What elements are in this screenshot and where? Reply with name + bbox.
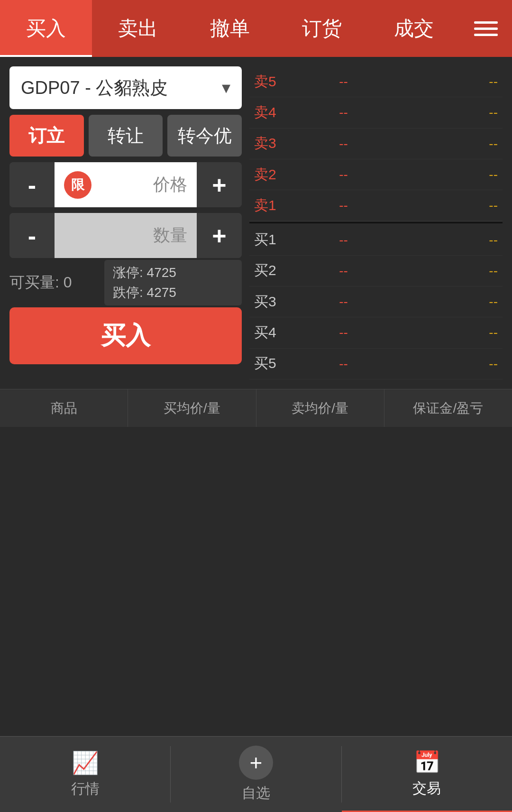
sell5-price: -- — [292, 74, 395, 89]
sell1-label: 卖1 — [254, 196, 292, 215]
buy4-label: 买4 — [254, 323, 292, 342]
price-field[interactable]: 限 价格 — [55, 162, 197, 207]
sell4-qty: -- — [395, 105, 498, 120]
sell5-label: 卖5 — [254, 72, 292, 92]
ding-li-button[interactable]: 订立 — [9, 115, 84, 157]
sell5-qty: -- — [395, 74, 498, 89]
sell4-label: 卖4 — [254, 103, 292, 122]
sell3-qty: -- — [395, 136, 498, 151]
buy1-qty: -- — [395, 232, 498, 248]
sell3-row: 卖3 -- -- — [249, 129, 503, 159]
tab-deal[interactable]: 成交 — [368, 0, 460, 57]
table-header: 商品 买均价/量 卖均价/量 保证金/盈亏 — [0, 389, 512, 427]
buy2-price: -- — [292, 263, 395, 278]
chevron-down-icon: ▾ — [222, 78, 230, 98]
qty-input-row: - 数量 + — [9, 213, 242, 258]
buy-button[interactable]: 买入 — [9, 307, 242, 364]
sell3-label: 卖3 — [254, 134, 292, 153]
sell1-price: -- — [292, 198, 395, 213]
die-ting: 跌停: 4275 — [113, 284, 233, 302]
nav-watchlist[interactable]: + 自选 — [171, 737, 341, 812]
buy4-qty: -- — [395, 325, 498, 340]
menu-button[interactable] — [460, 0, 512, 57]
order-book: 卖5 -- -- 卖4 -- -- 卖3 -- -- 卖2 -- -- 卖1 -… — [249, 66, 503, 379]
buy2-row: 买2 -- -- — [249, 256, 503, 286]
zhuan-rang-button[interactable]: 转让 — [89, 115, 163, 157]
main-area: GDP07 - 公貂熟皮 ▾ 订立 转让 转今优 - 限 价格 — [0, 57, 512, 389]
table-content — [0, 427, 512, 664]
available-qty: 可买量: 0 — [9, 272, 104, 293]
trade-icon: 📅 — [413, 749, 440, 775]
sell4-row: 卖4 -- -- — [249, 97, 503, 128]
header: 买入 卖出 撤单 订货 成交 — [0, 0, 512, 57]
buy5-qty: -- — [395, 356, 498, 371]
qty-field[interactable]: 数量 — [55, 213, 197, 258]
sell2-row: 卖2 -- -- — [249, 159, 503, 190]
buy1-label: 买1 — [254, 230, 292, 249]
buy3-row: 买3 -- -- — [249, 286, 503, 317]
buy5-row: 买5 -- -- — [249, 349, 503, 379]
buy3-label: 买3 — [254, 292, 292, 312]
qty-minus-button[interactable]: - — [9, 213, 55, 258]
limits-box: 涨停: 4725 跌停: 4275 — [104, 260, 242, 305]
info-row: 可买量: 0 涨停: 4725 跌停: 4275 — [9, 264, 242, 302]
symbol-selector[interactable]: GDP07 - 公貂熟皮 ▾ — [9, 66, 242, 109]
buy1-price: -- — [292, 232, 395, 248]
bottom-nav: 📈 行情 + 自选 📅 交易 — [0, 736, 512, 812]
zhang-ting: 涨停: 4725 — [113, 264, 233, 282]
buy3-qty: -- — [395, 294, 498, 309]
tab-cancel[interactable]: 撤单 — [184, 0, 276, 57]
buy2-label: 买2 — [254, 261, 292, 280]
nav-trade[interactable]: 📅 交易 — [342, 737, 512, 812]
buy4-row: 买4 -- -- — [249, 317, 503, 348]
price-label: 价格 — [96, 173, 187, 196]
sell4-price: -- — [292, 105, 395, 120]
qty-plus-button[interactable]: + — [197, 213, 242, 258]
price-plus-button[interactable]: + — [197, 162, 242, 207]
sell2-label: 卖2 — [254, 165, 292, 185]
col-product[interactable]: 商品 — [0, 389, 128, 427]
col-margin[interactable]: 保证金/盈亏 — [384, 389, 512, 427]
market-icon: 📈 — [72, 750, 99, 775]
col-sell-avg[interactable]: 卖均价/量 — [256, 389, 384, 427]
price-input-row: - 限 价格 + — [9, 162, 242, 207]
tab-sell[interactable]: 卖出 — [92, 0, 184, 57]
buy5-price: -- — [292, 356, 395, 371]
sell3-price: -- — [292, 136, 395, 151]
buy2-qty: -- — [395, 263, 498, 278]
buy5-label: 买5 — [254, 354, 292, 373]
sell1-qty: -- — [395, 198, 498, 213]
zhuan-jin-you-button[interactable]: 转今优 — [167, 115, 242, 157]
add-watchlist-icon: + — [239, 746, 273, 780]
buy1-row: 买1 -- -- — [249, 224, 503, 255]
action-buttons: 订立 转让 转今优 — [9, 115, 242, 157]
symbol-text: GDP07 - 公貂熟皮 — [21, 76, 222, 100]
buy4-price: -- — [292, 325, 395, 340]
qty-label: 数量 — [64, 224, 187, 247]
col-buy-avg[interactable]: 买均价/量 — [128, 389, 256, 427]
tab-order[interactable]: 订货 — [276, 0, 368, 57]
left-panel: GDP07 - 公貂熟皮 ▾ 订立 转让 转今优 - 限 价格 — [9, 66, 242, 379]
hamburger-icon — [474, 21, 498, 36]
sell1-row: 卖1 -- -- — [249, 190, 503, 221]
sell5-row: 卖5 -- -- — [249, 66, 503, 97]
sell2-price: -- — [292, 167, 395, 182]
tab-buy[interactable]: 买入 — [0, 0, 92, 57]
limit-badge: 限 — [64, 171, 91, 199]
price-minus-button[interactable]: - — [9, 162, 55, 207]
sell2-qty: -- — [395, 167, 498, 182]
nav-market[interactable]: 📈 行情 — [0, 737, 170, 812]
buy3-price: -- — [292, 294, 395, 309]
